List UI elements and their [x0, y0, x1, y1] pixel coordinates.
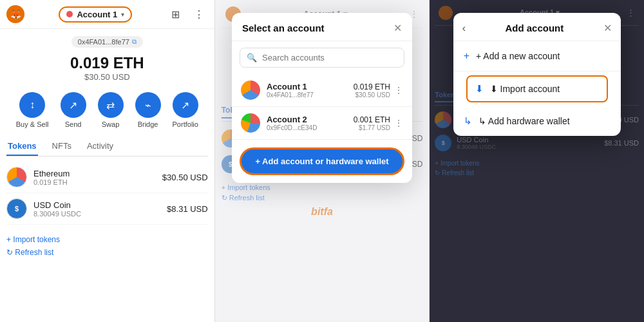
portfolio-icon: ↗ [173, 92, 198, 118]
ethereum-icon [6, 167, 27, 187]
wallet-address[interactable]: 0x4FA01...8fe77 ⧉ [71, 36, 143, 48]
add-new-icon: + [464, 50, 469, 62]
token-amount-eth: 0.019 ETH [33, 178, 70, 186]
account-balance-1: 0.019 ETH $30.50 USD [354, 82, 390, 99]
account-name-1: Account 1 [267, 82, 314, 91]
panel-add-account: Account 1 ▾ ⋮ 0.019 ETH $30.50 USD Buy &… [430, 0, 644, 322]
refresh-list-label: ↻ Refresh list [6, 248, 53, 257]
select-account-modal: Select an account ✕ 🔍 Account 1 0x4FA01.… [232, 13, 412, 183]
account-address-2: 0x9Fc0D...cE34D [267, 124, 317, 131]
token-list: Ethereum 0.019 ETH $30.50 USD $ USD Coin… [0, 156, 214, 230]
token-item-eth[interactable]: Ethereum 0.019 ETH $30.50 USD [6, 162, 208, 193]
tab-nfts[interactable]: NFTs [51, 137, 73, 156]
portfolio-action[interactable]: ↗ Portfolio [173, 92, 198, 128]
token-info-usdc: USD Coin 8.30049 USDC [33, 200, 81, 218]
search-input[interactable] [262, 53, 397, 62]
add-account-hardware-button[interactable]: + Add account or hardware wallet [240, 147, 404, 175]
account-info-1: Account 1 0x4FA01...8fe77 [267, 82, 314, 99]
panel-main-wallet: 🦊 Account 1 ▾ ⊞ ⋮ 0x4FA01...8fe77 ⧉ 0.01… [0, 0, 215, 322]
add-account-close-button[interactable]: ✕ [603, 22, 612, 34]
add-account-modal: ‹ Add account ✕ + + Add a new account ⬇ … [453, 13, 621, 136]
account-eth-2: 0.001 ETH [354, 115, 390, 124]
import-account-option[interactable]: ⬇ ⬇ Import account [466, 75, 608, 102]
wallet-footer: + Import tokens ↻ Refresh list [0, 230, 214, 262]
import-tokens-link[interactable]: + Import tokens [6, 235, 208, 244]
add-new-account-option[interactable]: + + Add a new account [453, 41, 621, 71]
account-eth-1: 0.019 ETH [354, 82, 390, 91]
token-name-eth: Ethereum [33, 169, 70, 178]
account-item-left-2: Account 2 0x9Fc0D...cE34D [241, 113, 317, 133]
buy-sell-icon: ↕ [19, 92, 45, 118]
account-name-2: Account 2 [267, 115, 317, 124]
import-icon: ⬇ [475, 83, 484, 95]
swap-icon: ⇄ [98, 92, 124, 118]
account-avatar-1 [241, 80, 260, 100]
hardware-wallet-label: ↳ Add hardware wallet [478, 116, 570, 126]
token-item-usdc[interactable]: $ USD Coin 8.30049 USDC $8.31 USD [6, 193, 208, 225]
add-hardware-wallet-option[interactable]: ↳ ↳ Add hardware wallet [453, 106, 621, 136]
account-list: Account 1 0x4FA01...8fe77 0.019 ETH $30.… [232, 74, 412, 140]
token-value-usdc: $8.31 USD [167, 204, 208, 214]
account-info-2: Account 2 0x9Fc0D...cE34D [267, 115, 317, 131]
buy-sell-action[interactable]: ↕ Buy & Sell [16, 92, 49, 128]
refresh-list-link[interactable]: ↻ Refresh list [6, 248, 208, 257]
account-address-1: 0x4FA01...8fe77 [267, 91, 314, 99]
header-icons: ⊞ ⋮ [167, 5, 208, 23]
swap-label: Swap [102, 120, 120, 128]
add-account-label: + Add account or hardware wallet [255, 156, 388, 166]
balance-usd: $30.50 USD [0, 72, 214, 82]
balance-section: 0.019 ETH $30.50 USD [0, 50, 214, 83]
search-icon: 🔍 [247, 53, 257, 62]
account-name: Account 1 [77, 10, 117, 19]
wallet-header: 🦊 Account 1 ▾ ⊞ ⋮ [0, 0, 214, 29]
connected-sites-icon[interactable]: ⊞ [167, 5, 185, 23]
portfolio-label: Portfolio [173, 120, 198, 128]
bridge-action[interactable]: ⌁ Bridge [135, 92, 161, 128]
bridge-icon: ⌁ [135, 92, 161, 118]
account-dot [66, 11, 73, 17]
account-search[interactable]: 🔍 [240, 48, 404, 68]
account-item-2[interactable]: Account 2 0x9Fc0D...cE34D 0.001 ETH $1.7… [232, 107, 412, 140]
account-usd-1: $30.50 USD [354, 91, 390, 99]
import-account-label: ⬇ Import account [490, 84, 560, 94]
import-tokens-label: + Import tokens [6, 235, 60, 244]
buy-sell-label: Buy & Sell [16, 120, 49, 128]
copy-icon[interactable]: ⧉ [132, 38, 137, 46]
swap-action[interactable]: ⇄ Swap [98, 92, 124, 128]
chevron-down-icon: ▾ [121, 11, 124, 18]
balance-eth: 0.019 ETH [0, 54, 214, 72]
address-text: 0x4FA01...8fe77 [78, 38, 129, 46]
tab-tokens[interactable]: Tokens [6, 137, 38, 156]
account-menu-icon-2[interactable]: ⋮ [394, 118, 403, 128]
action-buttons: ↕ Buy & Sell ↗ Send ⇄ Swap ⌁ Bridge ↗ Po… [0, 83, 214, 133]
token-left: Ethereum 0.019 ETH [6, 167, 70, 187]
modal-title: Select an account [242, 23, 325, 33]
tab-bar: Tokens NFTs Activity [6, 137, 208, 156]
panel-select-account: Account 1 ▾ ⋮ 0.019 ETH $30.50 USD Buy &… [215, 0, 430, 322]
add-account-modal-header: ‹ Add account ✕ [453, 13, 621, 41]
modal-header: Select an account ✕ [232, 13, 412, 41]
add-account-title: Add account [505, 23, 564, 33]
back-button[interactable]: ‹ [462, 23, 466, 34]
token-value-eth: $30.50 USD [162, 173, 208, 182]
hardware-icon: ↳ [464, 115, 472, 127]
account-menu-icon-1[interactable]: ⋮ [394, 85, 403, 95]
usdc-icon: $ [6, 198, 27, 219]
import-account-wrapper: ⬇ ⬇ Import account [453, 71, 621, 106]
send-label: Send [65, 120, 82, 128]
account-selector[interactable]: Account 1 ▾ [59, 6, 132, 23]
token-name-usdc: USD Coin [33, 200, 81, 210]
token-amount-usdc: 8.30049 USDC [33, 210, 81, 218]
send-icon: ↗ [61, 92, 86, 118]
send-action[interactable]: ↗ Send [61, 92, 86, 128]
token-left-usdc: $ USD Coin 8.30049 USDC [6, 198, 81, 219]
more-options-icon[interactable]: ⋮ [190, 5, 208, 23]
tab-activity[interactable]: Activity [86, 137, 115, 156]
modal-close-button[interactable]: ✕ [393, 22, 402, 34]
account-item-left-1: Account 1 0x4FA01...8fe77 [241, 80, 314, 100]
account-balance-2: 0.001 ETH $1.77 USD [354, 115, 390, 131]
add-new-label: + Add a new account [476, 51, 560, 61]
account-avatar-2 [241, 113, 260, 133]
account-item-1[interactable]: Account 1 0x4FA01...8fe77 0.019 ETH $30.… [232, 74, 412, 107]
metamask-icon: 🦊 [6, 5, 24, 23]
